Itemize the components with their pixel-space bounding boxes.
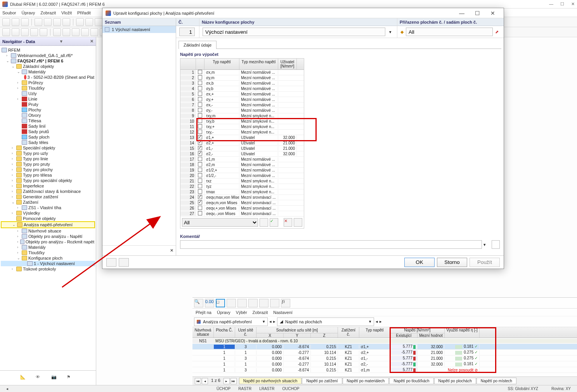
tree-arrow-icon[interactable]: ›: [17, 206, 22, 210]
menu-item[interactable]: Soubor: [2, 10, 16, 15]
grid-row[interactable]: 21τxzMezní smykové n...: [180, 179, 304, 184]
results-menu-item[interactable]: Úpravy: [217, 310, 230, 315]
tree-item[interactable]: 3 - 5052-H32-B209 (Sheet and Plat: [1, 75, 95, 80]
grid-row[interactable]: 8σy,-Mezní normálové ...: [180, 108, 304, 113]
grid-tool-button[interactable]: ✓: [270, 218, 278, 227]
grid-row[interactable]: 14σ2,+Uživatel21.000: [180, 140, 304, 146]
grid-row[interactable]: 4σy,bMezní normálové ...: [180, 86, 304, 92]
tree-item[interactable]: Uzly: [1, 91, 95, 96]
grid-row[interactable]: 23τmaxMezní smykové n...: [180, 189, 304, 195]
toolbar-button[interactable]: [40, 28, 47, 36]
toolbar-button[interactable]: [95, 18, 102, 26]
footer-cam-icon[interactable]: 📷: [51, 375, 61, 382]
toolbar-button[interactable]: [12, 18, 19, 26]
grid-row[interactable]: 18σ2,mMezní normálové ...: [180, 162, 304, 168]
tree-arrow-icon[interactable]: ⌄: [17, 70, 22, 74]
results-row[interactable]: 130.000-8.6740.215KZ1σ1,+5.77732.0000.18…: [192, 344, 577, 350]
grid-row[interactable]: 2σy,mMezní normálové ...: [180, 75, 304, 81]
tree-item[interactable]: Sady linií: [1, 123, 95, 129]
tree-item[interactable]: ›Tloušťky: [1, 85, 95, 91]
toolbar-button[interactable]: [72, 28, 80, 36]
grid-row[interactable]: 7σx,-Mezní normálové ...: [180, 102, 304, 108]
tree-item[interactable]: ›Průřezy: [1, 80, 95, 85]
tree-item[interactable]: Tělesa: [1, 118, 95, 123]
toolbar-button[interactable]: [21, 28, 29, 36]
tree-item[interactable]: ⌄Materiály: [1, 69, 95, 75]
apply-button[interactable]: Použít: [470, 258, 500, 267]
results-tool-button[interactable]: [227, 299, 236, 307]
toolbar-button[interactable]: [30, 28, 38, 36]
results-tool-button[interactable]: [237, 299, 247, 307]
tree-arrow-icon[interactable]: ›: [12, 184, 16, 188]
tree-arrow-icon[interactable]: ›: [17, 234, 22, 238]
grid-row[interactable]: 17σ1,mMezní normálové ...: [180, 157, 304, 162]
tree-item[interactable]: ›Zatěžovací stavy & kombinace: [1, 189, 95, 194]
grid-tool-button[interactable]: [260, 218, 268, 227]
toolbar-button[interactable]: [76, 18, 84, 26]
dialog-minimize-button[interactable]: —: [454, 10, 470, 16]
tree-item[interactable]: ›Objekty pro analýzu - Napětí: [1, 234, 95, 239]
list-delete-button[interactable]: ✕: [170, 248, 173, 253]
grid-row[interactable]: 22τyzMezní smykové n...: [180, 184, 304, 189]
pin-icon[interactable]: ▾: [60, 39, 62, 44]
tree-item[interactable]: ⌄Základní objekty: [1, 64, 95, 69]
toolbar-button[interactable]: [62, 18, 70, 26]
toolbar-button[interactable]: [21, 18, 29, 26]
comment-button[interactable]: [492, 240, 500, 249]
tree-item[interactable]: 1 - Výchozí nastavení: [1, 261, 95, 266]
tree-item[interactable]: ›Imperfekce: [1, 183, 95, 189]
ok-button[interactable]: OK: [404, 258, 435, 267]
analysis-type-combo[interactable]: Analýza napětí-přetvoření ▾: [194, 317, 268, 326]
tree-arrow-icon[interactable]: ›: [17, 97, 22, 101]
tree-arrow-icon[interactable]: ›: [12, 168, 16, 172]
close-panel-icon[interactable]: ✕: [90, 39, 94, 44]
tree-item[interactable]: ›Typy pro tělesa: [1, 172, 95, 178]
tree-arrow-icon[interactable]: ›: [12, 211, 16, 215]
grid-row[interactable]: 25σeqv,m,von MisesMezní srovnávací ...: [180, 200, 304, 206]
grid-row[interactable]: 12τxy,-Mezní smykové n...: [180, 130, 304, 135]
results-menu-item[interactable]: Nastavení: [273, 310, 293, 315]
tree-arrow-icon[interactable]: ›: [6, 54, 11, 57]
footer-flag-icon[interactable]: ⚑: [67, 375, 76, 382]
tree-arrow-icon[interactable]: ⌄: [12, 223, 17, 227]
menu-item[interactable]: Zobrazit: [40, 10, 56, 15]
tree-item[interactable]: ›Typy pro plochy: [1, 167, 95, 172]
result-type-combo[interactable]: ◢ Napětí na plochách ▾: [277, 317, 374, 326]
footer-tool-button[interactable]: [119, 258, 129, 267]
footer-eye-icon[interactable]: 👁: [36, 375, 45, 382]
toolbar-button[interactable]: [2, 18, 10, 26]
grid-row[interactable]: 13σ1,+Uživatel32.000: [180, 135, 304, 140]
tree-arrow-icon[interactable]: ›: [17, 245, 22, 249]
tree-item[interactable]: ›Výsledky: [1, 210, 95, 216]
tree-item[interactable]: ⌄Zatížení: [1, 199, 95, 205]
tree-item[interactable]: ›Materiály: [1, 245, 95, 250]
results-tool-button[interactable]: [270, 299, 279, 307]
grid-row[interactable]: 19σ1/2,+Mezní normálové ...: [180, 168, 304, 173]
snap-toggle[interactable]: ÚCHOP: [213, 387, 234, 391]
tree-item[interactable]: ›Webinarmodell_GA-1_all.rf6*: [1, 53, 95, 58]
menu-item[interactable]: Přiřadit: [77, 10, 91, 15]
toolbar-button[interactable]: [90, 28, 98, 36]
tree-item[interactable]: ⌄FAQ5247.rf6* | RFEM 6: [1, 58, 95, 64]
results-tool-button[interactable]: ƒi: [281, 299, 290, 307]
tree-arrow-icon[interactable]: ›: [12, 151, 16, 155]
tree-item[interactable]: Sady těles: [1, 140, 95, 145]
page-prev-icon[interactable]: ◂: [202, 378, 208, 384]
results-tab[interactable]: Napětí po materiálech: [343, 378, 389, 384]
tree-item[interactable]: ›Linie: [1, 96, 95, 102]
tree-item[interactable]: ›Typy pro uzly: [1, 151, 95, 156]
close-button[interactable]: ✕: [571, 2, 575, 7]
toolbar-button[interactable]: [85, 18, 93, 26]
tree-arrow-icon[interactable]: ›: [12, 146, 16, 150]
config-name-input[interactable]: [203, 28, 385, 36]
tree-item[interactable]: Pomocné objekty: [1, 216, 95, 221]
toolbar-button[interactable]: [12, 28, 19, 36]
toolbar-button[interactable]: [53, 18, 61, 26]
tree-item[interactable]: ›Objekty pro analýzu - Rozkmit napět: [1, 239, 95, 245]
grid-tool-button[interactable]: [294, 218, 302, 227]
tree-item[interactable]: Otvory: [1, 113, 95, 118]
tree-arrow-icon[interactable]: ›: [12, 189, 16, 193]
nav-prev-icon[interactable]: ◂: [269, 319, 272, 324]
tree-item[interactable]: ›Návrhové situace: [1, 228, 95, 234]
tree-item[interactable]: ›Speciální objekty: [1, 145, 95, 151]
